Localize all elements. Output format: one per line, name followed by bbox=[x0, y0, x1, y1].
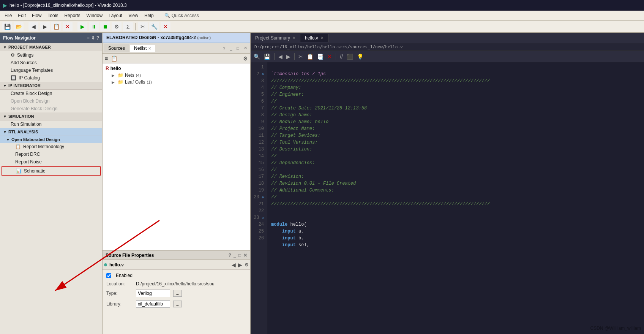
props-type-input[interactable] bbox=[136, 290, 170, 297]
code-tool-hint[interactable]: 💡 bbox=[356, 53, 364, 60]
props-panel: Source File Properties ? _ □ ✕ hello.v ◀… bbox=[103, 250, 250, 334]
code-tab-hello-v[interactable]: hello.v ✕ bbox=[300, 34, 328, 42]
toolbar-sum[interactable]: Σ bbox=[123, 22, 133, 31]
tab-close-btn[interactable]: ✕ bbox=[242, 45, 249, 51]
src-toolbar-collapse[interactable]: ≡ bbox=[104, 55, 109, 62]
toolbar-pause[interactable]: ⏸ bbox=[89, 22, 99, 31]
code-tab-label: hello.v bbox=[305, 35, 318, 41]
code-tool-delete[interactable]: ✕ bbox=[327, 53, 333, 60]
props-library-input[interactable] bbox=[136, 300, 170, 308]
nav-item-label: Run Simulation bbox=[11, 122, 41, 127]
toolbar-copy[interactable]: 📋 bbox=[51, 22, 61, 31]
props-enabled-checkbox[interactable] bbox=[106, 273, 111, 278]
code-tool-grid[interactable]: ⬛ bbox=[346, 53, 354, 60]
props-min-btn[interactable]: _ bbox=[234, 253, 236, 258]
tree-item-leaf-cells[interactable]: ▶ 📁 Leaf Cells (1) bbox=[103, 79, 250, 85]
props-nav-back[interactable]: ◀ bbox=[232, 262, 236, 268]
flow-nav-title: Flow Navigator bbox=[3, 35, 36, 41]
code-tool-redo[interactable]: ▶ bbox=[286, 53, 291, 60]
toolbar-run[interactable]: ▶ bbox=[77, 22, 87, 31]
src-toolbar-settings[interactable]: ⚙ bbox=[242, 55, 249, 62]
tab-netlist-close[interactable]: ✕ bbox=[148, 46, 151, 51]
menu-flow[interactable]: Flow bbox=[29, 12, 44, 19]
tab-help-btn[interactable]: ? bbox=[221, 45, 227, 51]
code-editor[interactable]: 1 2 ⊖ 3 4 5 6 7 8 9 10 11 12 13 14 15 16… bbox=[251, 62, 644, 334]
toolbar-delete[interactable]: ✕ bbox=[63, 22, 73, 31]
tab-sources[interactable]: Sources bbox=[104, 44, 129, 52]
nav-ctrl-sort[interactable]: ⇕ bbox=[91, 35, 95, 41]
nav-ctrl-help[interactable]: ? bbox=[96, 35, 99, 41]
report-methodology-icon: 📋 bbox=[15, 144, 21, 149]
nav-report-noise[interactable]: Report Noise bbox=[0, 158, 102, 166]
toolbar-forward[interactable]: ▶ bbox=[40, 22, 50, 31]
props-type-browse[interactable]: ... bbox=[173, 290, 182, 297]
subsection-open-elaborated-design[interactable]: ▼ Open Elaborated Design bbox=[0, 136, 102, 143]
code-tool-paste[interactable]: 📑 bbox=[316, 53, 324, 60]
nav-run-simulation[interactable]: Run Simulation bbox=[0, 120, 102, 128]
tree-item-nets[interactable]: ▶ 📁 Nets (4) bbox=[103, 72, 250, 79]
code-tool-undo[interactable]: ◀ bbox=[278, 53, 283, 60]
code-tool-copy[interactable]: 📋 bbox=[306, 53, 314, 60]
code-tab-close[interactable]: ✕ bbox=[292, 36, 295, 40]
nav-settings[interactable]: ⚙ Settings bbox=[0, 51, 102, 59]
nav-schematic[interactable]: 📊 Schematic bbox=[2, 166, 101, 176]
settings-icon: ⚙ bbox=[11, 52, 15, 58]
props-close-btn[interactable]: ✕ bbox=[243, 253, 247, 258]
toolbar-wrench[interactable]: 🔧 bbox=[149, 22, 159, 31]
props-max-btn[interactable]: □ bbox=[238, 253, 241, 258]
code-tool-comment[interactable]: // bbox=[339, 53, 344, 60]
code-tool-cut[interactable]: ✂ bbox=[298, 53, 304, 60]
menu-window[interactable]: Window bbox=[83, 12, 106, 19]
menu-file[interactable]: File bbox=[2, 12, 15, 19]
menu-view[interactable]: View bbox=[125, 12, 141, 19]
center-area: ELABORATED DESIGN - xc7a35tfgg484-2 (act… bbox=[103, 33, 251, 334]
tab-netlist[interactable]: Netlist ✕ bbox=[130, 44, 155, 52]
nav-language-templates[interactable]: Language Templates bbox=[0, 66, 102, 74]
tree-type-indicator: R bbox=[106, 66, 109, 71]
nav-report-methodology[interactable]: 📋 Report Methodology bbox=[0, 143, 102, 150]
menu-edit[interactable]: Edit bbox=[15, 12, 29, 19]
src-toolbar-expand[interactable]: 📋 bbox=[110, 55, 118, 62]
menu-reports[interactable]: Reports bbox=[61, 12, 83, 19]
toolbar-rtl[interactable]: ⏹ bbox=[100, 22, 110, 31]
code-tool-search[interactable]: 🔍 bbox=[253, 53, 261, 60]
toolbar-separator-1 bbox=[26, 23, 26, 30]
props-library-browse[interactable]: ... bbox=[173, 301, 182, 307]
toolbar-close[interactable]: ✕ bbox=[161, 22, 170, 31]
props-nav-forward[interactable]: ▶ bbox=[238, 262, 242, 268]
line-numbers: 1 2 ⊖ 3 4 5 6 7 8 9 10 11 12 13 14 15 16… bbox=[251, 62, 267, 334]
props-help-btn[interactable]: ? bbox=[229, 253, 231, 258]
toolbar-settings[interactable]: ⚙ bbox=[112, 22, 122, 31]
section-simulation[interactable]: ▼ SIMULATION bbox=[0, 112, 102, 120]
menu-layout[interactable]: Layout bbox=[106, 12, 125, 19]
nav-report-drc[interactable]: Report DRC bbox=[0, 150, 102, 158]
nav-add-sources[interactable]: Add Sources bbox=[0, 59, 102, 66]
tree-item-label: hello bbox=[110, 66, 121, 71]
toolbar-save[interactable]: 💾 bbox=[2, 22, 12, 31]
nav-ctrl-collapse[interactable]: ≡ bbox=[87, 35, 90, 41]
section-project-manager[interactable]: ▼ PROJECT MANAGER bbox=[0, 43, 102, 51]
nav-item-label: Create Block Design bbox=[11, 91, 52, 96]
code-tab-close[interactable]: ✕ bbox=[320, 36, 324, 40]
code-content[interactable]: `timescale 1ns / 1ps ///////////////////… bbox=[267, 62, 644, 334]
toolbar-separator-2 bbox=[75, 23, 75, 30]
tree-item-hello[interactable]: R hello bbox=[103, 65, 250, 72]
code-tool-save[interactable]: 💾 bbox=[263, 53, 271, 60]
section-ip-integrator[interactable]: ▼ IP INTEGRATOR bbox=[0, 82, 102, 90]
tab-max-btn[interactable]: □ bbox=[235, 45, 241, 51]
nav-create-block-design[interactable]: Create Block Design bbox=[0, 90, 102, 97]
nav-ip-catalog[interactable]: 🔲 IP Catalog bbox=[0, 74, 102, 82]
tab-min-btn[interactable]: _ bbox=[228, 45, 234, 51]
tree-item-label: Nets bbox=[125, 73, 134, 78]
toolbar-open[interactable]: 📂 bbox=[14, 22, 24, 31]
menu-help[interactable]: Help bbox=[141, 12, 157, 19]
code-tab-project-summary[interactable]: Project Summary ✕ bbox=[251, 34, 300, 42]
quick-access-bar[interactable]: 🔍 Quick Access bbox=[164, 13, 199, 18]
menu-tools[interactable]: Tools bbox=[44, 12, 61, 19]
toolbar-back[interactable]: ◀ bbox=[28, 22, 38, 31]
props-enabled-row: Enabled bbox=[104, 271, 249, 280]
tab-sources-label: Sources bbox=[108, 46, 125, 51]
props-settings-btn[interactable]: ⚙ bbox=[245, 262, 249, 268]
toolbar-cut[interactable]: ✂ bbox=[138, 22, 148, 31]
section-rtl-analysis[interactable]: ▼ RTL ANALYSIS bbox=[0, 128, 102, 136]
